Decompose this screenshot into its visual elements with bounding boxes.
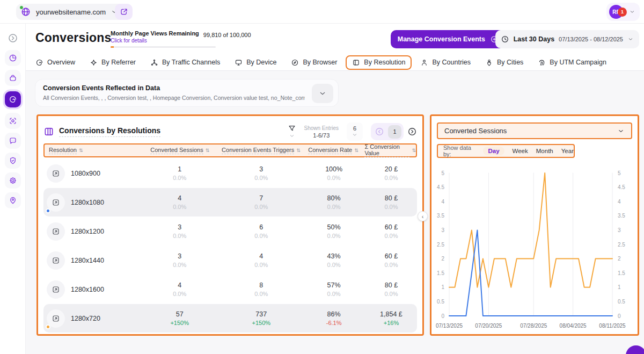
cell-value: 3 [259, 165, 263, 173]
table-row[interactable]: 1080x900 1 0.0% 3 0.0% 100% 0.0% 20 £ 0.… [43, 159, 417, 187]
column-header-conversion-value[interactable]: Σ Conversion Value⇅ [364, 143, 415, 157]
svg-text:08/04/2025: 08/04/2025 [560, 323, 587, 329]
sidebar-item-orders[interactable] [5, 70, 21, 86]
expand-icon[interactable] [47, 164, 65, 183]
cell-value: 3 [178, 252, 181, 260]
svg-text:4: 4 [441, 199, 444, 205]
metric-cell: 80 £ 0.0% [365, 194, 417, 210]
table-row[interactable]: 1280x720 57 +150% 737 +150% 86% -6.1% 1,… [43, 304, 417, 333]
sidebar-item-feedback[interactable] [5, 133, 21, 149]
chat-bubble-icon [9, 136, 17, 145]
metric-cell: 86% -6.1% [302, 310, 365, 326]
column-header-conversion-events-triggers[interactable]: Conversion Events Triggers⇅ [220, 147, 302, 154]
metric-dropdown[interactable]: Converted Sessions [437, 122, 632, 139]
quota-block: Monthly Page Views Remaining Click for d… [111, 30, 251, 48]
location-pin-icon [9, 196, 17, 205]
tab-by-device[interactable]: By Device [235, 59, 276, 67]
tab-by-countries[interactable]: By Countries [420, 59, 471, 67]
metric-cell: 3 0.0% [220, 165, 302, 181]
sort-icon: ⇅ [296, 148, 301, 153]
page-size-select[interactable]: 6 [347, 122, 363, 141]
sidebar-item-privacy[interactable] [5, 153, 21, 169]
column-header-conversion-rate[interactable]: Conversion Rate⇅ [302, 147, 365, 154]
svg-text:08/11/2025: 08/11/2025 [599, 323, 626, 329]
sidebar-item-locations[interactable] [5, 192, 21, 208]
svg-text:0.5: 0.5 [437, 299, 444, 305]
tab-label: By Referrer [101, 59, 136, 66]
cell-value: 57 [176, 310, 184, 318]
table-row[interactable]: 1280x1080 4 0.0% 7 0.0% 80% 0.0% 80 £ 0.… [43, 188, 417, 216]
filter-button[interactable] [288, 124, 296, 139]
account-menu[interactable]: RF 1 [606, 3, 640, 21]
tab-by-referrer[interactable]: By Referrer [90, 59, 136, 67]
next-page-button[interactable] [407, 127, 417, 136]
svg-text:4: 4 [618, 199, 621, 205]
sidebar [0, 24, 26, 354]
column-header-converted-sessions[interactable]: Converted Sessions⇅ [140, 147, 220, 154]
focus-target-icon [9, 117, 17, 125]
period-year[interactable]: Year [561, 148, 574, 154]
metric-cell: 6 0.0% [220, 223, 302, 239]
sort-icon: ⇅ [206, 148, 210, 153]
tab-by-traffic-channels[interactable]: By Traffic Channels [150, 59, 220, 67]
table-row[interactable]: 1280x1200 3 0.0% 6 0.0% 50% 0.0% 60 £ 0.… [43, 217, 417, 245]
website-selector[interactable]: yourwebsitename.com [16, 4, 125, 20]
table-row[interactable]: 1280x1440 3 0.0% 4 0.0% 43% 0.0% 60 £ 0.… [43, 246, 417, 274]
cell-value: 4 [259, 252, 263, 260]
cell-value: 60 £ [385, 223, 398, 231]
svg-text:07/13/2025: 07/13/2025 [436, 323, 463, 329]
period-week[interactable]: Week [513, 148, 528, 154]
quota-details-link[interactable]: Click for details [111, 38, 199, 44]
manage-conversion-events-button[interactable]: Manage Conversion Events [391, 30, 506, 48]
sidebar-item-settings[interactable] [5, 172, 21, 189]
conversion-events-filter[interactable]: Conversion Events Reflected in Data All … [35, 79, 339, 107]
tab-by-resolution[interactable]: By Resolution [346, 55, 412, 70]
date-range-picker[interactable]: Last 30 Days 07/13/2025 - 08/12/2025 [495, 30, 639, 48]
tab-by-cities[interactable]: By Cities [485, 59, 523, 67]
compass-icon [291, 59, 299, 67]
cell-value: 20 £ [385, 165, 398, 173]
show-data-by-label: Show data by: [443, 145, 475, 157]
column-header-resolution[interactable]: Resolution⇅ [45, 147, 140, 154]
sort-icon: ⇅ [412, 148, 416, 153]
referrer-diamond-icon [90, 59, 98, 67]
conversions-spiral-icon [9, 95, 17, 104]
show-data-by: Show data by: Day Week Month Year [437, 144, 575, 158]
expand-icon[interactable] [47, 251, 65, 270]
tab-by-utm-campaign[interactable]: By UTM Campaign [538, 59, 606, 67]
panel-resize-handle[interactable]: ‹ [418, 211, 428, 221]
tab-label: By Device [246, 59, 276, 66]
tab-by-browser[interactable]: By Browser [291, 59, 337, 67]
sidebar-item-conversions[interactable] [5, 91, 21, 107]
expand-icon[interactable] [47, 222, 65, 241]
table-row[interactable]: 1280x1600 4 0.0% 8 0.0% 57% 0.0% 80 £ 0.… [43, 275, 417, 304]
spiral-icon [35, 59, 43, 67]
clock-icon [501, 35, 509, 44]
period-day[interactable]: Day [483, 147, 504, 155]
cell-trend: 0.0% [384, 204, 398, 210]
expand-icon[interactable] [47, 280, 65, 299]
chevron-down-icon [352, 132, 358, 138]
svg-text:2.5: 2.5 [618, 242, 625, 248]
svg-text:07/20/2025: 07/20/2025 [475, 323, 502, 329]
expand-icon[interactable] [47, 309, 65, 328]
tab-label: Overview [47, 59, 75, 66]
date-range: 07/13/2025 - 08/12/2025 [559, 36, 623, 42]
period-month[interactable]: Month [536, 148, 553, 154]
events-filter-summary: All Conversion Events, , , Conversion te… [43, 95, 305, 101]
collapse-sidebar-icon[interactable] [5, 30, 21, 46]
metric-cell: 80% 0.0% [302, 194, 365, 210]
cell-value: 80% [327, 194, 341, 202]
resolution-label: 1280x1440 [71, 257, 104, 264]
expand-icon[interactable] [47, 193, 65, 212]
sidebar-item-tracking[interactable] [5, 113, 21, 129]
previous-page-button[interactable] [375, 127, 384, 136]
svg-text:1.5: 1.5 [437, 270, 444, 276]
tab-overview[interactable]: Overview [35, 59, 75, 67]
events-filter-expand-button[interactable] [312, 84, 333, 103]
svg-text:5: 5 [441, 170, 444, 176]
resolution-label: 1280x1600 [71, 286, 104, 293]
svg-text:2: 2 [618, 256, 621, 262]
sidebar-item-analytics[interactable] [5, 50, 21, 66]
open-website-button[interactable] [115, 4, 133, 20]
